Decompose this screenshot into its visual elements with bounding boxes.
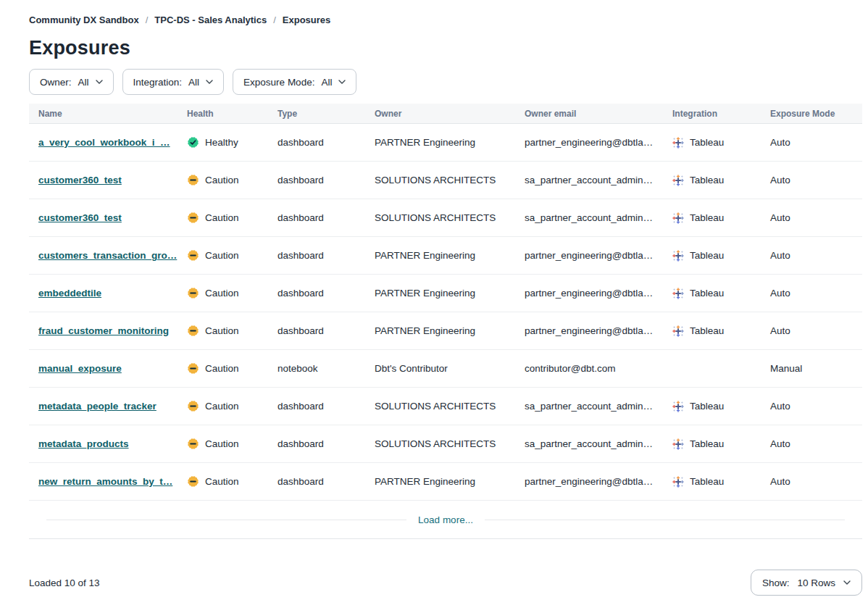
integration-label: Tableau — [690, 476, 724, 487]
chevron-down-icon — [206, 80, 213, 84]
column-header-type: Type — [277, 109, 375, 119]
integration-label: Tableau — [690, 288, 724, 299]
exposure-owner-email: sa_partner_account_admin… — [525, 212, 672, 223]
breadcrumb-project-link[interactable]: Community DX Sandbox — [29, 14, 139, 25]
exposure-mode: Auto — [770, 288, 862, 299]
exposure-owner: SOLUTIONS ARCHITECTS — [375, 401, 525, 412]
breadcrumb-separator: / — [273, 14, 276, 25]
exposure-name-link[interactable]: metadata_products — [38, 438, 129, 449]
caution-minus-icon — [187, 212, 199, 224]
exposure-owner-email: contributor@dbt.com — [525, 363, 672, 374]
integration-label: Tableau — [690, 175, 724, 185]
caution-minus-icon — [187, 400, 199, 412]
table-row: customers_transaction_gro…Cautiondashboa… — [29, 237, 862, 275]
exposure-name-link[interactable]: a_very_cool_workbook_i_… — [38, 137, 170, 148]
table-body: a_very_cool_workbook_i_…Healthydashboard… — [29, 124, 862, 501]
exposure-owner-email: partner_engineering@dbtla… — [525, 476, 672, 487]
health-status-label: Caution — [205, 212, 239, 223]
health-status-label: Caution — [205, 325, 239, 336]
table-row: customer360_testCautiondashboardSOLUTION… — [29, 199, 862, 237]
column-header-integration: Integration — [672, 109, 770, 119]
filter-label: Integration: — [133, 77, 183, 88]
exposure-owner-email: partner_engineering@dbtla… — [525, 250, 672, 261]
exposure-owner: SOLUTIONS ARCHITECTS — [375, 212, 525, 223]
exposure-owner: PARTNER Engineering — [375, 137, 525, 148]
filter-value: All — [188, 77, 199, 88]
column-header-owner-email: Owner email — [525, 109, 672, 119]
integration-label: Tableau — [690, 212, 724, 223]
exposures-page: Community DX Sandbox / TPC-DS - Sales An… — [0, 0, 868, 596]
exposure-name-link[interactable]: new_return_amounts_by_t… — [38, 476, 172, 487]
rows-per-page-dropdown[interactable]: Show: 10 Rows — [751, 570, 862, 596]
exposure-owner-email: partner_engineering@dbtla… — [525, 137, 672, 148]
exposure-type: dashboard — [277, 250, 375, 261]
load-more-link[interactable]: Load more... — [406, 514, 485, 525]
filter-value: All — [78, 77, 89, 88]
owner-filter-dropdown[interactable]: Owner: All — [29, 69, 114, 95]
exposure-name-link[interactable]: manual_exposure — [38, 363, 122, 374]
integration-filter-dropdown[interactable]: Integration: All — [122, 69, 225, 95]
exposure-name-link[interactable]: customer360_test — [38, 175, 122, 185]
exposure-owner: SOLUTIONS ARCHITECTS — [375, 438, 525, 449]
table-row: fraud_customer_monitoringCautiondashboar… — [29, 312, 862, 350]
table-row: customer360_testCautiondashboardSOLUTION… — [29, 162, 862, 199]
show-value: 10 Rows — [797, 577, 835, 588]
tableau-icon — [672, 401, 684, 412]
tableau-icon — [672, 175, 684, 186]
tableau-icon — [672, 325, 684, 337]
health-status-label: Healthy — [205, 137, 238, 148]
column-header-health: Health — [187, 109, 277, 119]
caution-minus-icon — [187, 287, 199, 299]
exposure-mode: Auto — [770, 325, 862, 336]
tableau-icon — [672, 476, 684, 488]
exposure-name-link[interactable]: fraud_customer_monitoring — [38, 325, 169, 336]
tableau-icon — [672, 438, 684, 450]
exposure-type: dashboard — [277, 476, 375, 487]
filter-label: Exposure Mode: — [243, 77, 314, 88]
exposure-name-link[interactable]: metadata_people_tracker — [38, 401, 157, 412]
exposure-owner-email: partner_engineering@dbtla… — [525, 325, 672, 336]
exposure-mode-filter-dropdown[interactable]: Exposure Mode: All — [233, 69, 356, 95]
exposure-mode: Auto — [770, 438, 862, 449]
exposure-name-link[interactable]: embeddedtile — [38, 288, 101, 299]
column-header-owner: Owner — [375, 109, 525, 119]
breadcrumb-separator: / — [146, 14, 149, 25]
caution-minus-icon — [187, 362, 199, 375]
table-header-row: Name Health Type Owner Owner email Integ… — [29, 104, 862, 124]
loaded-count-text: Loaded 10 of 13 — [29, 577, 100, 588]
health-status-label: Caution — [205, 175, 239, 185]
table-row: embeddedtileCautiondashboardPARTNER Engi… — [29, 275, 862, 312]
column-header-name: Name — [38, 109, 187, 119]
integration-label: Tableau — [690, 137, 724, 148]
table-row: metadata_people_trackerCautiondashboardS… — [29, 388, 862, 425]
exposure-owner-email: sa_partner_account_admin… — [525, 175, 672, 185]
integration-label: Tableau — [690, 250, 724, 261]
exposure-owner: SOLUTIONS ARCHITECTS — [375, 175, 525, 185]
exposure-name-link[interactable]: customer360_test — [38, 212, 122, 223]
exposure-type: dashboard — [277, 401, 375, 412]
caution-minus-icon — [187, 174, 199, 186]
health-status-label: Caution — [205, 250, 239, 261]
exposure-type: notebook — [277, 363, 375, 374]
exposure-name-link[interactable]: customers_transaction_gro… — [38, 250, 177, 261]
integration-label: Tableau — [690, 401, 724, 412]
table-row: manual_exposureCautionnotebookDbt's Cont… — [29, 350, 862, 388]
exposure-type: dashboard — [277, 137, 375, 148]
exposure-owner-email: sa_partner_account_admin… — [525, 438, 672, 449]
filter-bar: Owner: All Integration: All Exposure Mod… — [29, 69, 862, 95]
breadcrumb-environment-link[interactable]: TPC-DS - Sales Analytics — [154, 14, 267, 25]
table-footer: Loaded 10 of 13 Show: 10 Rows — [29, 570, 862, 596]
exposure-mode: Auto — [770, 250, 862, 261]
chevron-down-icon — [843, 580, 851, 585]
integration-label: Tableau — [690, 325, 724, 336]
exposures-table: Name Health Type Owner Owner email Integ… — [29, 104, 862, 539]
table-row: a_very_cool_workbook_i_…Healthydashboard… — [29, 124, 862, 162]
chevron-down-icon — [96, 80, 103, 84]
filter-value: All — [321, 77, 332, 88]
exposure-owner: Dbt's Contributor — [375, 363, 525, 374]
caution-minus-icon — [187, 475, 199, 488]
exposure-owner-email: partner_engineering@dbtla… — [525, 288, 672, 299]
integration-label: Tableau — [690, 438, 724, 449]
exposure-owner: PARTNER Engineering — [375, 288, 525, 299]
healthy-check-icon — [187, 136, 199, 149]
